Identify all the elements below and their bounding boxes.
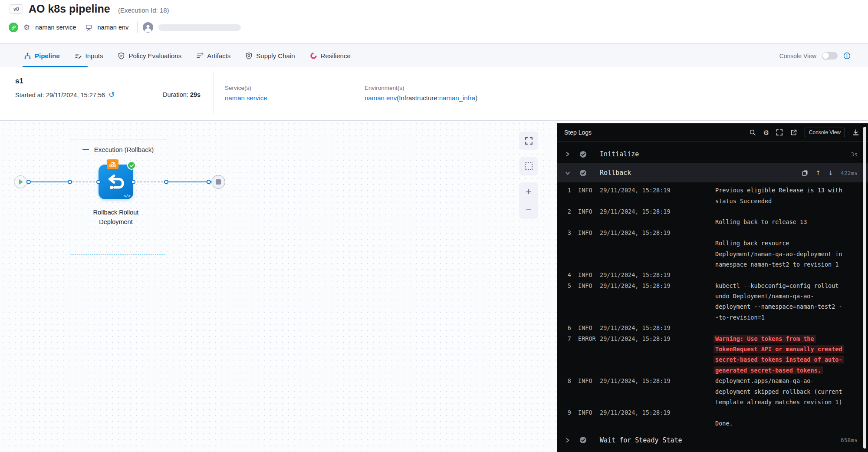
log-message-text: secret-based tokens instead of auto- xyxy=(713,356,844,363)
pipeline-title: AO k8s pipeline xyxy=(29,3,110,15)
log-level: INFO xyxy=(578,409,595,416)
cd-link-icon xyxy=(9,23,18,32)
log-line-number: 3 xyxy=(564,229,571,236)
infra-suffix: ) xyxy=(475,94,477,102)
log-message: Rolling back to release 13 xyxy=(715,218,868,225)
tab-artifacts[interactable]: Artifacts xyxy=(196,52,230,59)
log-settings-icon[interactable]: ⚙ xyxy=(763,128,768,136)
connector-dot xyxy=(96,180,101,184)
tab-pipeline[interactable]: Pipeline xyxy=(24,52,60,59)
log-scrollbar[interactable] xyxy=(863,127,866,449)
rollback-step-node[interactable]: </> xyxy=(99,165,133,199)
duration-label: Duration: xyxy=(163,91,188,98)
header-meta-row: ⚙ naman service naman env xyxy=(9,21,241,34)
started-value: 29/11/2024, 15:27:56 xyxy=(46,92,105,99)
log-level: INFO xyxy=(578,208,595,215)
log-message: deployment --namespace=naman-test2 - xyxy=(715,303,868,310)
step-success-icon xyxy=(579,436,587,444)
step-row-wait-for-steady-state[interactable]: Wait for Steady State 658ms xyxy=(557,431,868,449)
user-avatar[interactable] xyxy=(143,22,153,33)
play-icon xyxy=(19,179,23,185)
pipeline-canvas[interactable]: Execution (Rollback) xyxy=(0,121,557,452)
canvas-fullscreen-button[interactable] xyxy=(519,132,538,150)
step-logs-title: Step Logs xyxy=(564,129,592,136)
console-view-label: Console View xyxy=(779,53,816,59)
log-message-text: deployment --namespace=naman-test2 - xyxy=(715,303,842,310)
log-message: generated secret-based tokens. xyxy=(715,367,868,374)
log-message-text: Deployment/naman-qa-ao-deployment in xyxy=(715,251,842,257)
log-message: Rolling back resource xyxy=(715,240,868,247)
log-row: 5INFO29/11/2024, 15:28:19kubectl --kubec… xyxy=(564,280,868,291)
history-icon[interactable]: ↺ xyxy=(108,91,115,99)
resilience-icon xyxy=(310,52,317,59)
log-row: 2INFO29/11/2024, 15:28:19 xyxy=(564,206,868,217)
log-download-icon[interactable] xyxy=(852,129,859,136)
tab-supply-chain[interactable]: Supply Chain xyxy=(245,52,295,59)
stage-started: Started at: 29/11/2024, 15:27:56 ↺ xyxy=(15,91,115,99)
log-line-number: 5 xyxy=(564,282,571,289)
log-level: INFO xyxy=(578,282,595,289)
log-message-text: -to-revision=1 xyxy=(715,314,765,321)
zoom-in-button[interactable]: + xyxy=(519,183,538,201)
log-message: Warning: Use tokens from the xyxy=(715,335,868,342)
scroll-up-icon[interactable]: ↑ xyxy=(815,169,821,176)
log-level: INFO xyxy=(578,324,595,331)
stage-name: s1 xyxy=(15,77,23,86)
step-row-initialize[interactable]: Initialize 3s xyxy=(557,145,868,163)
log-message-text: Warning: Use tokens from the xyxy=(713,335,816,343)
step-row-rollback[interactable]: Rollback ↑ ↓ 422ms xyxy=(557,163,868,182)
log-open-external-icon[interactable] xyxy=(790,129,797,136)
log-row: TokenRequest API or manually created xyxy=(564,344,868,354)
tab-label: Supply Chain xyxy=(256,52,295,59)
env-name-text: naman env xyxy=(98,24,129,31)
toggle-knob xyxy=(822,53,829,59)
policy-shield-icon xyxy=(118,52,125,59)
log-level: INFO xyxy=(578,377,595,384)
canvas-select-button[interactable] xyxy=(519,157,538,175)
log-row: Deployment/naman-qa-ao-deployment in xyxy=(564,248,868,259)
tab-label: Artifacts xyxy=(207,52,230,59)
log-line-number: 9 xyxy=(564,409,571,416)
log-line-number: 7 xyxy=(564,335,571,342)
infrastructure-link[interactable]: naman_infra xyxy=(439,94,475,102)
log-console-view-button[interactable]: Console View xyxy=(805,128,845,137)
connector-dot xyxy=(207,180,211,184)
tab-policy-evaluations[interactable]: Policy Evaluations xyxy=(118,52,181,59)
log-message: deployment skipped rollback (current xyxy=(715,388,868,395)
log-row: deployment skipped rollback (current xyxy=(564,386,868,396)
step-name: Initialize xyxy=(600,150,639,158)
log-row: undo Deployment/naman-qa-ao- xyxy=(564,291,868,301)
step-duration: 3s xyxy=(851,151,858,158)
tab-inputs[interactable]: Inputs xyxy=(75,52,103,59)
console-view-toggle[interactable] xyxy=(822,52,838,59)
environments-label: Environment(s) xyxy=(365,85,477,91)
start-node[interactable] xyxy=(14,175,27,188)
service-link[interactable]: naman service xyxy=(225,94,267,102)
gear-icon[interactable]: ⚙ xyxy=(23,24,30,31)
log-search-icon[interactable] xyxy=(749,129,756,136)
scroll-down-icon[interactable]: ↓ xyxy=(828,169,833,176)
copy-logs-icon[interactable] xyxy=(802,170,808,176)
execution-id: (Execution Id: 18) xyxy=(118,7,169,14)
environment-link[interactable]: naman env xyxy=(365,94,397,102)
step-logs-panel: Step Logs ⚙ Consol xyxy=(557,123,868,452)
log-message-text: namespace naman-test2 to revision 1 xyxy=(715,261,838,268)
log-fullscreen-icon[interactable] xyxy=(776,129,783,136)
zoom-out-button[interactable]: − xyxy=(519,201,538,218)
end-node[interactable] xyxy=(211,175,225,189)
tabs: Pipeline Inputs Policy E xyxy=(24,44,351,68)
tab-label: Inputs xyxy=(85,52,103,59)
tab-resilience[interactable]: Resilience xyxy=(310,52,351,59)
connector-dot xyxy=(131,180,135,184)
log-level: INFO xyxy=(578,187,595,194)
log-message-text: Rolling back resource xyxy=(715,240,789,247)
log-row: secret-based tokens instead of auto- xyxy=(564,354,868,365)
collapse-icon[interactable] xyxy=(82,149,89,150)
log-message-text: deployment.apps/naman-qa-ao- xyxy=(715,377,814,384)
step-duration: 422ms xyxy=(841,170,858,176)
info-icon[interactable] xyxy=(843,52,851,59)
redacted-user-info xyxy=(158,24,241,31)
log-level: INFO xyxy=(578,271,595,278)
stop-icon xyxy=(216,179,221,185)
step-duration: 658ms xyxy=(841,437,858,443)
